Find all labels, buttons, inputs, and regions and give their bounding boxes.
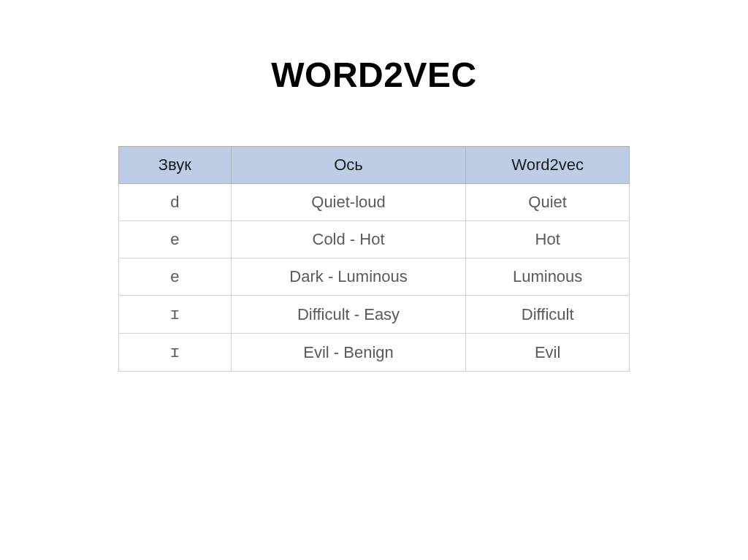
cell-axis: Dark - Luminous: [231, 258, 466, 296]
table-row: e Dark - Luminous Luminous: [119, 258, 630, 296]
table-row: ɪ Difficult - Easy Difficult: [119, 296, 630, 334]
cell-sound: ɪ: [119, 296, 232, 334]
cell-result: Hot: [466, 221, 630, 258]
table-header-row: Звук Ось Word2vec: [119, 147, 630, 184]
cell-sound: ɪ: [119, 334, 232, 372]
header-axis: Ось: [231, 147, 466, 184]
cell-sound: e: [119, 221, 232, 258]
cell-result: Luminous: [466, 258, 630, 296]
header-word2vec: Word2vec: [466, 147, 630, 184]
data-table: Звук Ось Word2vec d Quiet-loud Quiet e C…: [118, 146, 630, 372]
table-container: Звук Ось Word2vec d Quiet-loud Quiet e C…: [118, 146, 630, 372]
cell-axis: Quiet-loud: [231, 184, 466, 221]
cell-result: Evil: [466, 334, 630, 372]
cell-sound: d: [119, 184, 232, 221]
cell-axis: Difficult - Easy: [231, 296, 466, 334]
slide-title: WORD2VEC: [271, 55, 476, 95]
table-row: ɪ Evil - Benign Evil: [119, 334, 630, 372]
table-row: d Quiet-loud Quiet: [119, 184, 630, 221]
cell-result: Quiet: [466, 184, 630, 221]
cell-sound: e: [119, 258, 232, 296]
header-sound: Звук: [119, 147, 232, 184]
cell-axis: Cold - Hot: [231, 221, 466, 258]
cell-axis: Evil - Benign: [231, 334, 466, 372]
cell-result: Difficult: [466, 296, 630, 334]
table-row: e Cold - Hot Hot: [119, 221, 630, 258]
